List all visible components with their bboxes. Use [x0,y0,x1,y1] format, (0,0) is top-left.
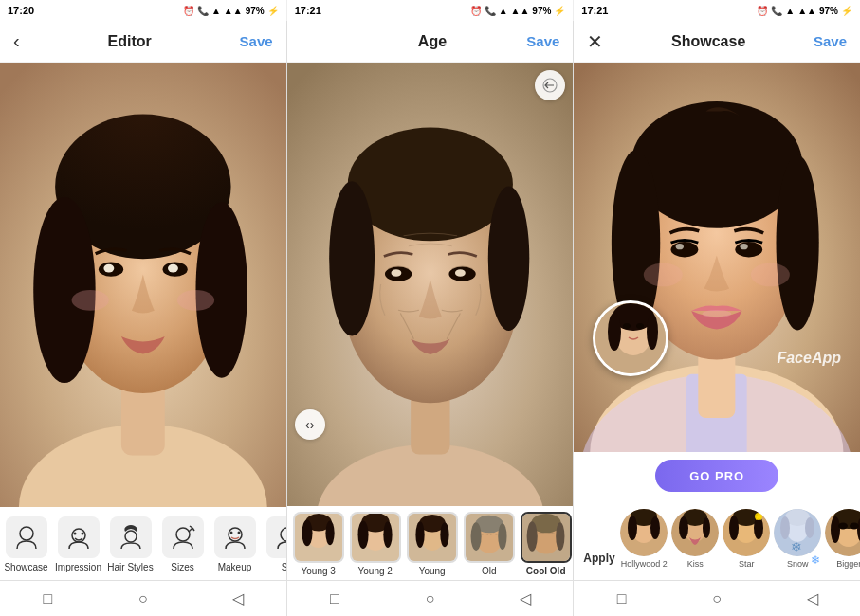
nav-circle-1[interactable]: ○ [132,588,155,610]
phone-icon-3: 📞 [771,6,782,16]
toolbar-age: Age Save [287,21,574,63]
showcase-photo-svg [574,63,860,452]
age-bottom-bar: Young 3 Young 2 Young [287,506,574,580]
svg-point-11 [72,290,109,311]
panel-editor: ‹ Editor Save [0,21,287,580]
toggle-compare-button[interactable]: ‹› [295,409,325,440]
age-label-young2: Young 2 [358,566,393,576]
filter-sizes[interactable]: Sizes [156,516,209,572]
filter-sizes-label: Sizes [171,562,193,572]
svg-point-72 [671,242,699,257]
age-item-cool-old[interactable]: Cool Old [519,512,574,576]
filter-showcase[interactable]: Showcase [0,516,52,572]
showcase-bottom-bar: GO PRO Apply Hollywood 2 Kiss [574,452,860,580]
editor-photo-svg [0,63,286,507]
svg-point-76 [703,310,732,317]
svg-point-15 [73,533,76,535]
back-button[interactable]: ‹ [13,30,20,52]
age-item-young2[interactable]: Young 2 [348,512,403,576]
svg-point-9 [103,264,114,273]
alarm-icon-2: ⏰ [470,6,482,16]
showcase-filter-strip: Apply Hollywood 2 Kiss [574,505,860,572]
svg-point-23 [229,532,232,534]
age-item-old[interactable]: Old [462,512,517,576]
filter-sk[interactable]: Sk [261,516,286,572]
nav-circle-2[interactable]: ○ [418,588,441,610]
svg-point-24 [237,532,240,534]
apply-button[interactable]: Apply [579,552,618,565]
filter-impression[interactable]: Impression [52,516,104,572]
age-label-young: Young [419,566,446,576]
svg-point-94 [679,516,688,539]
svg-point-77 [644,263,683,287]
nav-back-1[interactable]: ◁ [227,588,249,610]
age-save-button[interactable]: Save [526,33,559,49]
svg-point-25 [281,528,286,541]
svg-line-21 [190,526,192,528]
editor-bottom-bar: Showcase Impression Hair Styles [0,507,286,580]
age-item-young3[interactable]: Young 3 [291,512,346,576]
close-button[interactable]: ✕ [587,30,603,53]
svg-point-16 [81,533,83,535]
showcase-item-kiss[interactable]: Kiss [670,509,720,569]
age-photo-svg [287,63,574,506]
filter-makeup[interactable]: Makeup [209,516,261,572]
nav-square-3[interactable]: □ [611,588,633,610]
svg-line-19 [189,528,192,532]
age-item-young[interactable]: Young [405,512,460,576]
nav-panel-2: □ ○ ◁ [287,581,575,616]
showcase-thumb-hollywood2 [620,509,668,556]
editor-photo [0,63,286,507]
alarm-icon: ⏰ [183,6,194,16]
showcase-item-star[interactable]: Star [722,509,771,569]
hair-styles-filter-icon [110,516,152,558]
showcase-label-snow: Snow [787,559,809,569]
svg-point-51 [415,521,424,548]
status-bar: 17:20 ⏰ 📞 ▲ ▲▲ 97% ⚡ 17:21 ⏰ 📞 ▲ ▲▲ 97% … [0,0,860,21]
svg-point-32 [487,187,529,331]
signal-icon: ▲▲ [224,6,243,16]
filter-strip: Showcase Impression Hair Styles [0,507,286,580]
age-thumb-young2 [350,512,401,563]
age-photo: ‹› [287,63,574,506]
signal-icon-2: ▲▲ [511,6,530,16]
filter-hair-styles[interactable]: Hair Styles [104,516,156,572]
svg-point-74 [676,244,684,249]
panel-age: Age Save [287,21,575,580]
age-title: Age [418,33,447,50]
navigation-bar: □ ○ ◁ □ ○ ◁ □ ○ ◁ [0,580,860,616]
svg-point-42 [325,520,334,545]
showcase-save-button[interactable]: Save [814,33,847,49]
showcase-item-hollywood2[interactable]: Hollywood 2 [619,509,668,569]
go-pro-button[interactable]: GO PRO [655,460,778,492]
filter-impression-label: Impression [55,562,101,572]
svg-point-84 [623,323,631,329]
alarm-icon-3: ⏰ [757,6,768,16]
showcase-item-snow[interactable]: ❄ Snow [773,509,822,569]
svg-rect-67 [699,350,736,418]
bolt-icon-3: ⚡ [841,6,852,16]
editor-save-button[interactable]: Save [240,33,273,49]
nav-square-1[interactable]: □ [36,588,59,610]
nav-back-3[interactable]: ◁ [801,588,824,610]
battery-pct-1: 97% [246,6,265,16]
wifi-icon-2: ▲ [499,6,508,16]
phone-icon-2: 📞 [485,6,496,16]
svg-point-57 [498,523,506,550]
nav-square-2[interactable]: □ [323,588,346,610]
svg-point-46 [357,520,368,549]
showcase-label-bigger: Bigger [836,559,860,569]
sk-filter-icon [266,516,286,558]
nav-back-2[interactable]: ◁ [514,588,537,610]
svg-point-12 [177,290,214,311]
toolbar-editor: ‹ Editor Save [0,21,286,63]
go-pro-wrapper: GO PRO [574,460,860,499]
nav-circle-3[interactable]: ○ [705,588,728,610]
showcase-item-bigger[interactable]: Bigger [824,509,860,569]
svg-point-105 [780,516,790,539]
svg-point-82 [608,313,621,351]
svg-point-61 [526,521,537,551]
status-icons-2: ⏰ 📞 ▲ ▲▲ 97% ⚡ [470,6,566,16]
svg-point-113 [838,523,848,530]
wifi-icon-3: ▲ [785,6,795,16]
